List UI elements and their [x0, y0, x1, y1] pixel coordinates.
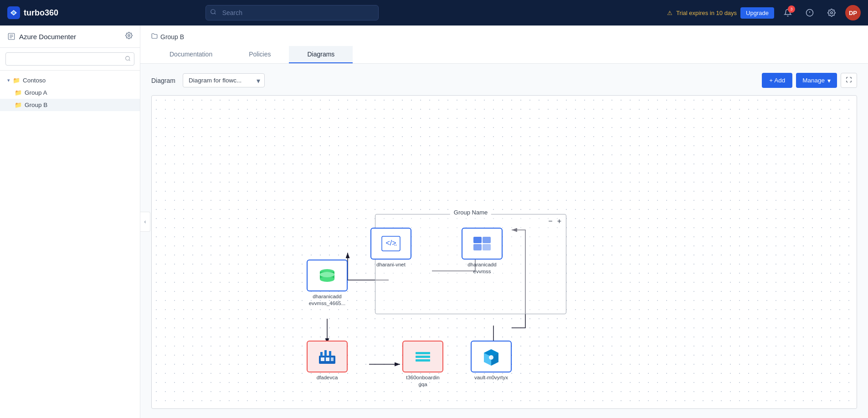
sidebar-search-icon	[125, 56, 131, 63]
svg-line-14	[129, 60, 130, 61]
diagram-section: Diagram Diagram for flowc... ▾ + Add Man…	[140, 64, 868, 418]
folder-icon: 📁	[15, 102, 22, 108]
svg-rect-36	[416, 356, 430, 358]
node-vault-m0vyrtyx[interactable]: vault-m0vyrtyx	[471, 341, 512, 381]
diagram-section-label: Diagram	[151, 77, 175, 84]
svg-rect-22	[473, 244, 482, 250]
svg-rect-34	[329, 351, 331, 357]
notifications-button[interactable]: 3	[780, 5, 796, 21]
sidebar-collapse-button[interactable]: ‹	[140, 212, 150, 232]
storage-icon	[317, 265, 337, 285]
node-label-dharanicaddevvmss: dharanicaddevvmss	[467, 261, 496, 275]
diagram-actions: + Add Manage ▾	[762, 73, 857, 88]
settings-button[interactable]	[823, 5, 840, 21]
svg-point-13	[126, 56, 130, 60]
sidebar-item-contoso[interactable]: ▾ 📁 Contoso	[0, 74, 140, 87]
sidebar: Azure Documenter ▾ 📁	[0, 25, 140, 418]
node-box-t360onboardinggqa	[402, 341, 443, 372]
tabs-bar: Documentation Policies Diagrams	[151, 46, 857, 63]
trial-text: Trial expires in 10 days	[676, 10, 737, 16]
tab-diagrams[interactable]: Diagrams	[289, 46, 353, 63]
node-box-dfadevca	[307, 341, 348, 372]
upgrade-button[interactable]: Upgrade	[740, 7, 774, 19]
svg-rect-20	[473, 237, 482, 243]
svg-point-2	[211, 10, 215, 14]
svg-rect-29	[321, 357, 324, 361]
topnav: turbo360 ⚠ Trial expires in 10 days Upgr…	[0, 0, 868, 25]
search-icon	[210, 9, 216, 17]
node-dfadevca[interactable]: dfadevca	[307, 341, 348, 381]
node-dharani-vnet[interactable]: </> ↔ dharani-vnet	[370, 228, 411, 268]
zoom-plus-button[interactable]: +	[557, 217, 561, 225]
node-label-dfadevca: dfadevca	[317, 374, 338, 381]
collapse-icon: ‹	[144, 219, 146, 225]
diagram-select-wrapper: Diagram for flowc... ▾	[183, 73, 265, 87]
logo-icon	[7, 6, 20, 19]
folder-icon: 📁	[15, 89, 22, 96]
breadcrumb-folder-icon	[151, 33, 158, 41]
sidebar-search-input[interactable]	[5, 52, 134, 66]
tab-documentation[interactable]: Documentation	[151, 46, 231, 63]
node-label-t360onboardinggqa: t360onboardingqa	[406, 374, 440, 388]
svg-point-38	[489, 355, 493, 360]
breadcrumb: Group B	[151, 33, 857, 41]
topnav-right: ⚠ Trial expires in 10 days Upgrade 3 DP	[667, 5, 861, 21]
node-dharanicaddevvmss[interactable]: dharanicaddevvmss	[462, 228, 503, 275]
group-box-controls: − +	[548, 217, 561, 225]
node-label-dharani-vnet: dharani-vnet	[376, 261, 406, 268]
vault-icon	[481, 347, 501, 366]
breadcrumb-text: Group B	[160, 33, 184, 41]
svg-rect-33	[324, 350, 327, 357]
sidebar-item-group-b[interactable]: 📁 Group B	[0, 99, 140, 111]
svg-rect-32	[320, 352, 323, 357]
sidebar-title-area: Azure Documenter	[7, 32, 76, 41]
node-box-dharanicaddevvmss4665	[307, 260, 348, 291]
svg-rect-31	[331, 357, 334, 361]
svg-rect-35	[416, 352, 430, 354]
sidebar-item-group-a[interactable]: 📁 Group A	[0, 87, 140, 99]
sidebar-tree: ▾ 📁 Contoso 📁 Group A 📁 Group B	[0, 71, 140, 418]
user-avatar[interactable]: DP	[845, 5, 861, 20]
sidebar-header: Azure Documenter	[0, 25, 140, 48]
documenter-icon	[7, 32, 15, 41]
manage-label: Manage	[802, 77, 825, 84]
diagram-toolbar: Diagram Diagram for flowc... ▾ + Add Man…	[151, 73, 857, 88]
gear-icon	[827, 9, 836, 17]
sidebar-item-label: Group A	[25, 89, 47, 96]
svg-point-7	[831, 12, 833, 14]
sidebar-settings-icon[interactable]	[125, 32, 133, 41]
svg-point-12	[128, 35, 130, 36]
node-label-dharanicaddevvmss4665: dharanicaddevvmss_4665...	[309, 293, 346, 307]
node-dharanicaddevvmss4665[interactable]: dharanicaddevvmss_4665...	[307, 260, 348, 307]
app-logo: turbo360	[7, 6, 58, 19]
canvas-inner: Group Name − + </> ↔	[152, 96, 857, 408]
search-input[interactable]	[205, 5, 379, 20]
vmss-icon	[472, 235, 492, 252]
diagram-select[interactable]: Diagram for flowc...	[183, 73, 265, 87]
zoom-minus-button[interactable]: −	[548, 217, 552, 225]
svg-line-3	[214, 13, 216, 15]
alert-icon	[806, 9, 814, 17]
svg-point-27	[320, 272, 334, 277]
tab-policies[interactable]: Policies	[231, 46, 289, 63]
node-box-dharani-vnet: </> ↔	[370, 228, 411, 260]
svg-point-1	[12, 11, 15, 14]
fullscreen-icon	[846, 76, 852, 83]
fullscreen-button[interactable]	[841, 73, 857, 88]
chevron-down-icon: ▾	[7, 77, 10, 83]
queue-icon	[413, 348, 433, 365]
node-box-vault-m0vyrtyx	[471, 341, 512, 372]
content-area: Group B Documentation Policies Diagrams …	[140, 25, 868, 418]
folder-icon: 📁	[13, 77, 20, 84]
trial-banner: ⚠ Trial expires in 10 days Upgrade	[667, 7, 774, 19]
svg-text:↔: ↔	[393, 242, 398, 247]
alerts-button[interactable]	[801, 5, 818, 21]
manage-button[interactable]: Manage ▾	[796, 73, 837, 88]
node-t360onboardinggqa[interactable]: t360onboardingqa	[402, 341, 443, 388]
add-button[interactable]: + Add	[762, 73, 792, 88]
search-bar	[205, 5, 379, 20]
main-layout: Azure Documenter ▾ 📁	[0, 25, 868, 418]
node-box-dharanicaddevvmss	[462, 228, 503, 260]
svg-rect-21	[483, 237, 491, 243]
svg-rect-37	[416, 359, 430, 362]
